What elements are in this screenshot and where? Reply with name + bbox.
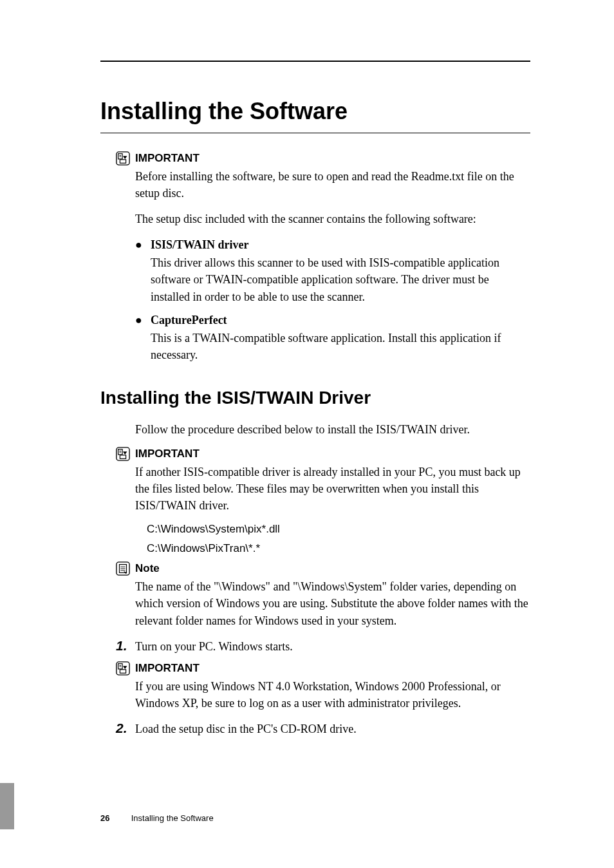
side-tab xyxy=(0,783,14,829)
note-text: The name of the "\Windows" and "\Windows… xyxy=(135,578,530,628)
important-text-2: If another ISIS-compatible driver is alr… xyxy=(135,464,530,514)
subintro-text: Follow the procedure described below to … xyxy=(135,421,530,438)
important-label: IMPORTANT xyxy=(135,448,200,460)
bullet-desc-1: This driver allows this scanner to be us… xyxy=(151,254,530,305)
step-number: 2. xyxy=(116,721,131,736)
path-1: C:\Windows\System\pix*.dll xyxy=(147,523,530,536)
page-footer: 26 Installing the Software xyxy=(100,813,214,823)
intro-text: The setup disc included with the scanner… xyxy=(135,211,530,227)
important-label: IMPORTANT xyxy=(135,152,200,165)
bullet-label-1: ISIS/TWAIN driver xyxy=(151,236,249,253)
step-text-2: Load the setup disc in the PC's CD-ROM d… xyxy=(135,721,357,737)
title-rule xyxy=(100,133,530,133)
note-icon xyxy=(116,561,130,576)
bullet-label-2: CapturePerfect xyxy=(151,312,227,328)
important-icon xyxy=(116,447,130,461)
page-title: Installing the Software xyxy=(100,98,530,125)
top-rule xyxy=(100,61,530,62)
step-number: 1. xyxy=(116,638,131,654)
footer-label: Installing the Software xyxy=(131,813,214,823)
section-title: Installing the ISIS/TWAIN Driver xyxy=(100,388,530,408)
important-text-1: Before installing the software, be sure … xyxy=(135,168,530,202)
bullet-desc-2: This is a TWAIN-compatible software appl… xyxy=(151,330,530,363)
bullet-dot: ● xyxy=(135,236,144,253)
important-icon xyxy=(116,151,130,165)
page-number: 26 xyxy=(100,813,109,823)
step-text-1: Turn on your PC. Windows starts. xyxy=(135,638,293,655)
bullet-dot: ● xyxy=(135,312,144,328)
path-2: C:\Windows\PixTran\*.* xyxy=(147,542,530,555)
important-icon xyxy=(116,661,130,675)
important-text-3: If you are using Windows NT 4.0 Workstat… xyxy=(135,678,530,712)
note-label: Note xyxy=(135,562,160,575)
important-label: IMPORTANT xyxy=(135,662,200,675)
